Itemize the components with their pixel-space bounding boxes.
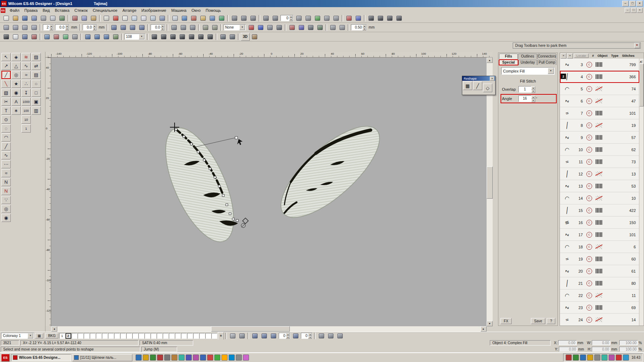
tray-icon-2[interactable] — [573, 354, 579, 361]
color-chip-empty[interactable] — [169, 333, 175, 339]
chevron-down-icon[interactable]: ▼ — [28, 333, 33, 338]
landscape-blue-icon[interactable] — [180, 14, 189, 22]
select-objects-icon[interactable] — [2, 24, 10, 31]
reshape-node[interactable] — [203, 159, 205, 161]
zoom-in-icon[interactable] — [83, 33, 92, 41]
rotate-value-field[interactable]: 0▲▼ — [279, 333, 290, 339]
v-scroll-thumb[interactable] — [487, 167, 493, 199]
right-wing-object[interactable] — [267, 112, 393, 232]
tray-icon-8[interactable] — [616, 354, 622, 361]
object-row-24[interactable]: ≈24C14 — [560, 314, 639, 326]
rotate-value-spinner[interactable]: ▲▼ — [286, 333, 290, 338]
color-picker-icon[interactable] — [316, 24, 324, 31]
reshape-node[interactable] — [209, 168, 211, 170]
open-object-icon[interactable] — [102, 14, 111, 22]
object-scroll-up-icon[interactable]: ▲ — [639, 60, 642, 63]
grid-spacing-field[interactable]: 2▲▼ — [43, 24, 54, 30]
scroll-up-icon[interactable]: ▲ — [487, 58, 493, 63]
color-chip-empty[interactable] — [126, 333, 132, 339]
bkg-button[interactable]: BKG — [45, 333, 58, 338]
pointer-open-icon[interactable] — [11, 33, 20, 41]
motif-fill-icon[interactable] — [187, 33, 196, 41]
reshape-node[interactable] — [236, 219, 238, 222]
stitch-count-field[interactable]: 0▲▼ — [280, 15, 293, 21]
ellipse-dashed-tool-icon[interactable] — [130, 14, 138, 22]
ellipse-outline-tool-icon[interactable] — [121, 14, 129, 22]
qs-app-1[interactable] — [136, 354, 142, 361]
canvas-horizontal-scrollbar[interactable]: ◄ ► — [51, 326, 487, 332]
pencil-blue-icon[interactable] — [354, 14, 362, 22]
color-chip-empty[interactable] — [114, 333, 120, 339]
menu-item-help[interactable]: Помощь — [203, 8, 224, 13]
object-row-23[interactable]: ∿23C69 — [560, 302, 639, 314]
pointer-select-icon[interactable] — [2, 33, 10, 41]
rect-tool[interactable]: □ — [31, 89, 41, 97]
grid-show-icon[interactable] — [170, 24, 178, 31]
nudge-right-icon[interactable] — [271, 14, 279, 22]
reshape-node[interactable] — [190, 143, 192, 145]
scale-x-field[interactable]: 100.00 — [619, 340, 638, 345]
save-design-icon[interactable] — [20, 14, 29, 22]
skew-value-field[interactable]: 0▲▼ — [301, 333, 312, 339]
grid-settings-icon[interactable] — [208, 14, 216, 22]
skew-value-spinner[interactable]: ▲▼ — [308, 333, 312, 338]
close-button[interactable]: × — [636, 1, 643, 6]
qs-app-16[interactable] — [243, 354, 249, 361]
fill-type-dropdown[interactable]: Complex Fill ▼ — [501, 67, 555, 75]
reshape-node[interactable] — [229, 213, 231, 215]
mirror-tool[interactable]: ⇄ — [31, 62, 41, 70]
nudge-left-icon[interactable] — [262, 14, 270, 22]
cut-icon[interactable] — [70, 14, 79, 22]
stitch-count-spinner[interactable]: ▲▼ — [289, 15, 293, 21]
end-node-diamond[interactable] — [243, 218, 248, 224]
menu-item-image[interactable]: Изображение — [139, 8, 169, 13]
design-properties-icon[interactable] — [336, 332, 344, 340]
flip-horizontal-icon[interactable] — [250, 332, 259, 340]
pattern-tool[interactable]: ▥ — [31, 106, 41, 115]
tab-underlay[interactable]: Underlay — [518, 60, 537, 65]
move-horizontal-icon[interactable] — [109, 24, 118, 31]
tab-outlines[interactable]: Outlines — [518, 54, 537, 59]
color-chip-empty[interactable] — [175, 333, 181, 339]
color-chip-empty[interactable] — [90, 333, 96, 339]
menu-item-insert[interactable]: Вставка — [52, 8, 72, 13]
object-row-18[interactable]: ◠18C6 — [560, 241, 639, 253]
object-row-19[interactable]: ≈19C60 — [560, 253, 639, 265]
line-run-tool[interactable]: ╱ — [1, 142, 11, 150]
ellipse-tool[interactable]: ◎ — [11, 71, 21, 79]
new-design-icon[interactable] — [2, 14, 10, 22]
rotate-angle-field[interactable]: 0.0▲▼ — [151, 24, 165, 30]
angle-spinner[interactable]: ▲▼ — [531, 96, 535, 101]
object-row-20[interactable]: ∿20C61 — [560, 265, 639, 277]
grid-spacing-spinner[interactable]: ▲▼ — [49, 25, 53, 30]
chevron-down-icon[interactable]: ▼ — [548, 68, 554, 74]
qs-app-12[interactable] — [214, 354, 220, 361]
start-button[interactable]: ES — [1, 354, 10, 362]
anchor-point-icon[interactable] — [275, 24, 283, 31]
y-field[interactable]: 0.00 — [559, 347, 577, 352]
tray-icon-3[interactable] — [580, 354, 586, 361]
open-design-icon[interactable] — [11, 14, 20, 22]
menu-item-machine[interactable]: Машина — [169, 8, 189, 13]
satin-tool[interactable]: ≈ — [21, 71, 31, 79]
reshape-node[interactable] — [175, 128, 177, 130]
offset-x-field[interactable]: 0.0▲▼ — [55, 24, 69, 30]
qs-app-13[interactable] — [221, 354, 228, 361]
select-tool[interactable]: ↖ — [1, 53, 11, 61]
reshape-toolbar[interactable]: Reshape × ▦╱◇ — [462, 76, 496, 95]
lettering-tool[interactable]: A — [11, 98, 21, 106]
scroll-right-icon[interactable]: ► — [480, 326, 487, 332]
scroll-left-icon[interactable]: ◄ — [51, 326, 57, 332]
triple-circle-tool[interactable]: ∵ — [1, 196, 11, 204]
hatch-tool[interactable]: ▨ — [31, 53, 41, 61]
move-vertical-icon[interactable] — [119, 24, 127, 31]
color-chip-empty[interactable] — [84, 333, 89, 339]
color-film-icon[interactable] — [326, 332, 335, 340]
tab-fills[interactable]: Fills — [499, 54, 518, 59]
object-row-5[interactable]: ◠5C74 — [560, 83, 639, 95]
machine-back-icon[interactable] — [304, 14, 312, 22]
h-scroll-thumb[interactable] — [211, 326, 290, 332]
hoop-show-icon[interactable] — [201, 24, 210, 31]
overlap-spinner[interactable]: ▲▼ — [531, 86, 535, 92]
measure-tool-icon[interactable] — [306, 24, 315, 31]
